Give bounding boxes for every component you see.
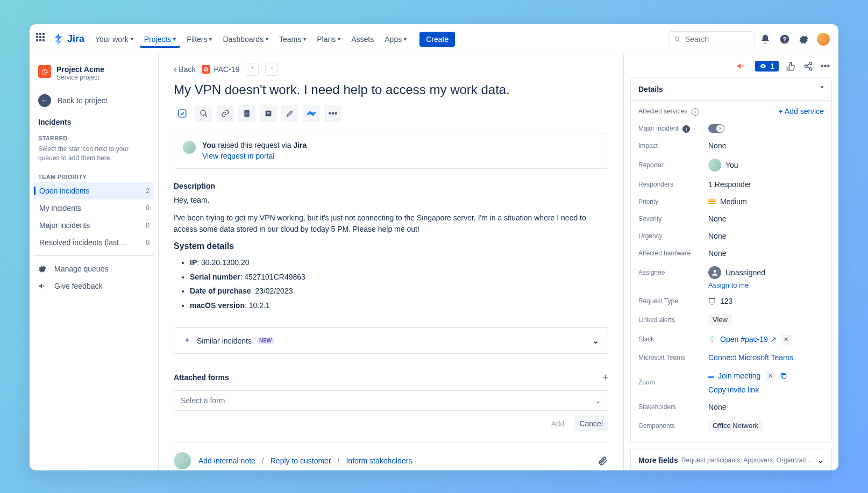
share-icon[interactable]	[803, 61, 813, 71]
confluence-button[interactable]	[303, 105, 320, 122]
more-icon[interactable]: •••	[821, 61, 830, 71]
tab-inform-stakeholders[interactable]: Inform stakeholders	[346, 456, 412, 465]
sparkle-icon	[183, 337, 191, 345]
system-details-list: IP: 30.20.1300.20 Serial number: 4527101…	[174, 255, 608, 312]
add-form-icon[interactable]: +	[602, 372, 608, 383]
hardware-value[interactable]: None	[708, 249, 726, 258]
back-button[interactable]: ‹Back	[174, 65, 195, 74]
chevron-down-icon: ⌄	[592, 335, 599, 346]
queue-open-incidents[interactable]: Open incidents2	[34, 182, 154, 199]
info-icon[interactable]: i	[692, 108, 699, 116]
unassigned-icon	[708, 266, 721, 279]
incident-type-icon	[202, 65, 210, 74]
cancel-form-button[interactable]: Cancel	[574, 416, 608, 431]
slack-channel-link[interactable]: Open #pac-19 ↗	[720, 335, 777, 344]
search-input[interactable]	[668, 31, 755, 47]
jira-logo[interactable]: Jira	[53, 33, 84, 45]
stakeholders-value[interactable]: None	[708, 403, 726, 411]
app-switcher-icon[interactable]	[36, 33, 49, 46]
issue-key-link[interactable]: PAC-19	[202, 65, 239, 74]
attachment-icon[interactable]	[597, 455, 608, 466]
svg-line-1	[678, 40, 680, 41]
view-in-portal-link[interactable]: View request in portal	[202, 152, 274, 160]
details-header[interactable]: Details˄	[631, 78, 831, 101]
join-zoom-link[interactable]: Join meeting	[718, 371, 760, 380]
remove-zoom-button[interactable]: ✕	[765, 370, 775, 381]
svg-rect-28	[782, 375, 786, 378]
watch-button[interactable]: 1	[755, 61, 779, 72]
add-form-button[interactable]: Add	[545, 416, 570, 431]
create-button[interactable]: Create	[419, 32, 455, 47]
link-button[interactable]	[217, 105, 234, 122]
more-fields-panel[interactable]: More fields Request participants, Approv…	[630, 448, 832, 470]
info-icon[interactable]: i	[682, 125, 690, 133]
note-button[interactable]	[260, 105, 277, 122]
reporter-avatar	[708, 159, 721, 172]
nav-apps[interactable]: Apps▾	[380, 31, 411, 48]
search-content-button[interactable]	[195, 105, 212, 122]
nav-filters[interactable]: Filters▾	[182, 31, 216, 48]
assign-to-me-link[interactable]: Assign to me	[708, 281, 824, 289]
svg-rect-25	[712, 337, 713, 338]
help-icon[interactable]: ?	[776, 31, 793, 48]
nav-dashboards[interactable]: Dashboards▾	[218, 31, 273, 48]
megaphone-icon	[38, 282, 47, 290]
issue-title: My VPN doesn't work. I need help to acce…	[174, 82, 608, 97]
copy-invite-link[interactable]: Copy invite link	[708, 385, 759, 394]
project-type: Service project	[56, 74, 104, 81]
major-incident-toggle[interactable]	[708, 124, 724, 133]
responders-value[interactable]: 1 Responder	[708, 180, 751, 189]
notifications-icon[interactable]	[757, 31, 774, 48]
nav-projects[interactable]: Projects▾	[140, 31, 181, 48]
svg-point-18	[809, 68, 812, 70]
add-service-link[interactable]: + Add service	[779, 107, 824, 116]
priority-value[interactable]: Medium	[708, 197, 747, 206]
svg-rect-24	[709, 339, 710, 340]
add-checklist-button[interactable]	[174, 105, 191, 122]
remove-slack-button[interactable]: ✕	[781, 334, 792, 345]
queue-my-incidents[interactable]: My incidents0	[34, 199, 154, 217]
form-select[interactable]: Select a form⌄	[174, 390, 608, 411]
project-icon: ◷	[38, 65, 51, 78]
prev-issue-button[interactable]: ˄	[246, 63, 259, 76]
impact-value[interactable]: None	[708, 141, 726, 150]
nav-your-work[interactable]: Your work▾	[91, 31, 138, 48]
comment-avatar	[174, 452, 191, 469]
profile-avatar[interactable]	[815, 31, 832, 48]
svg-rect-27	[712, 340, 713, 341]
page-button[interactable]	[238, 105, 255, 122]
give-feedback[interactable]: Give feedback	[34, 277, 154, 295]
svg-line-5	[205, 68, 208, 71]
tab-internal-note[interactable]: Add internal note	[198, 456, 255, 465]
manage-queues[interactable]: Manage queues	[34, 260, 154, 277]
system-details-heading: System details	[174, 241, 608, 251]
copy-icon	[780, 372, 787, 380]
severity-value[interactable]: None	[708, 215, 726, 223]
similar-incidents-panel[interactable]: Similar incidents NEW ⌄	[174, 327, 608, 354]
settings-icon[interactable]	[795, 31, 813, 48]
assignee-value[interactable]: Unassigned	[708, 266, 765, 279]
urgency-value[interactable]: None	[708, 232, 726, 240]
edit-button[interactable]	[281, 105, 298, 122]
queue-major-incidents[interactable]: Major incidents0	[34, 217, 154, 234]
svg-point-16	[809, 62, 812, 65]
request-type-value[interactable]: 123	[708, 297, 732, 305]
queue-resolved-incidents[interactable]: Resolved incidents (last ...0	[34, 234, 154, 251]
reporter-value[interactable]: You	[708, 159, 738, 172]
back-to-project[interactable]: ← Back to project	[34, 90, 154, 111]
nav-teams[interactable]: Teams▾	[275, 31, 310, 48]
component-chip[interactable]: Office Network	[708, 420, 763, 431]
announcement-icon[interactable]	[735, 60, 748, 73]
nav-assets[interactable]: Assets	[347, 31, 378, 48]
svg-text:?: ?	[782, 35, 786, 42]
more-actions-button[interactable]: •••	[324, 105, 341, 122]
nav-plans[interactable]: Plans▾	[312, 31, 345, 48]
next-issue-button[interactable]: ˅	[265, 63, 278, 76]
starred-heading: STARRED	[34, 128, 154, 144]
tab-reply-customer[interactable]: Reply to customer	[271, 456, 331, 465]
connect-teams-link[interactable]: Connect Microsoft Teams	[708, 353, 793, 362]
like-icon[interactable]	[786, 61, 796, 71]
view-alerts-button[interactable]: View	[708, 314, 732, 325]
description-text: Hey, team.	[174, 195, 608, 206]
svg-rect-22	[709, 298, 715, 303]
